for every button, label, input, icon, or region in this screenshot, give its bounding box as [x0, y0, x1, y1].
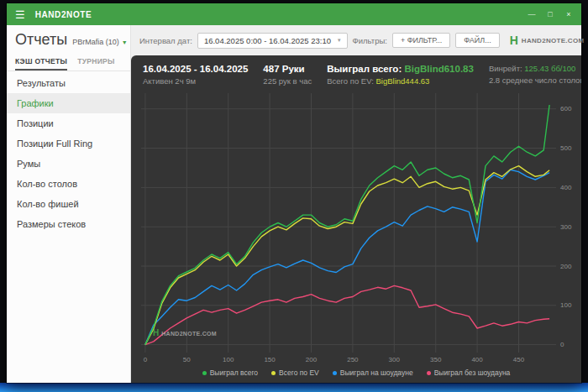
ev-label: Всего по EV:: [327, 76, 374, 86]
chevron-down-icon: ▾: [338, 37, 341, 44]
legend-dot-icon: [202, 371, 207, 375]
svg-text:450: 450: [513, 356, 525, 363]
content-area: Интервал дат: 16.04.2025 0:00 - 16.04.20…: [131, 25, 581, 383]
svg-text:0: 0: [560, 341, 564, 348]
sidebar-item[interactable]: Размеры стеков: [7, 214, 130, 234]
winrate-value: 125.43 бб/100: [524, 64, 575, 73]
sidebar-item[interactable]: Позиции Full Ring: [7, 133, 130, 154]
stat-hands-per-hour: 225 рук в час: [263, 76, 312, 86]
sidebar-item[interactable]: Кол-во столов: [7, 174, 130, 194]
svg-text:50: 50: [183, 356, 191, 363]
winnings-chart[interactable]: 0100200300400500600050100150200250300350…: [131, 88, 581, 366]
chevron-down-icon: ▼: [122, 39, 128, 45]
sidebar-item[interactable]: Позиции: [7, 113, 130, 133]
legend-dot-icon: [333, 371, 337, 375]
svg-text:0: 0: [144, 356, 148, 363]
stat-col-hands: 487 Руки 225 рук в час: [263, 64, 312, 86]
profile-name: PBrMafia (10): [72, 38, 119, 46]
svg-text:100: 100: [223, 356, 234, 363]
won-label: Выиграл всего:: [327, 64, 402, 74]
chart-body: 0100200300400500600050100150200250300350…: [131, 88, 581, 366]
filters-label: Фильтры:: [353, 36, 387, 45]
chart-watermark: H HAND2NOTE.COM: [153, 329, 217, 337]
logo-text: HAND2NOTE.COM: [522, 37, 585, 44]
logo-h-icon: H: [510, 34, 518, 46]
svg-text:100: 100: [560, 301, 572, 309]
winrate-label: Винрейт:: [489, 64, 522, 73]
date-interval-label: Интервал дат:: [139, 36, 192, 45]
legend-dot-icon: [271, 371, 276, 375]
watermark-text: HAND2NOTE.COM: [161, 331, 217, 337]
window-title: HAND2NOTE: [35, 10, 92, 19]
svg-text:400: 400: [560, 184, 572, 191]
ev-value: BigBlind444.63: [375, 76, 429, 86]
app-window: ☰ HAND2NOTE — □ × Отчеты PBrMafia (10) ▼…: [7, 3, 581, 383]
main-area: Отчеты PBrMafia (10) ▼ КЭШ ОТЧЕТЫТУРНИРЫ…: [7, 25, 581, 383]
won-value: BigBlind610.83: [404, 64, 473, 74]
stat-hands: 487 Руки: [263, 64, 312, 74]
svg-text:400: 400: [471, 356, 483, 363]
minimize-button[interactable]: —: [522, 10, 541, 18]
svg-text:150: 150: [264, 356, 276, 363]
add-filter-button[interactable]: + ФИЛЬТР...: [392, 33, 450, 48]
stat-date-range: 16.04.2025 - 16.04.2025: [143, 64, 248, 74]
window-controls: — □ ×: [522, 10, 578, 18]
stat-won-total: Выиграл всего: BigBlind610.83: [327, 64, 474, 74]
stat-col-winnings: Выиграл всего: BigBlind610.83 Всего по E…: [327, 64, 474, 86]
legend-item[interactable]: Выиграл всего: [202, 368, 258, 377]
legend-item[interactable]: Выиграл на шоудауне: [333, 368, 413, 377]
legend-dot-icon: [427, 371, 431, 375]
legend-label: Выиграл без шоудауна: [434, 368, 511, 377]
chart-legend: Выиграл всегоВсего по EVВыиграл на шоуда…: [131, 366, 581, 383]
report-menu: РезультатыГрафикиПозицииПозиции Full Rin…: [7, 71, 130, 234]
svg-text:300: 300: [560, 223, 572, 231]
sidebar-tab[interactable]: ТУРНИРЫ: [77, 53, 115, 71]
sidebar: Отчеты PBrMafia (10) ▼ КЭШ ОТЧЕТЫТУРНИРЫ…: [7, 25, 131, 383]
sidebar-tab[interactable]: КЭШ ОТЧЕТЫ: [15, 53, 67, 71]
legend-label: Выиграл на шоудауне: [340, 368, 413, 377]
svg-text:200: 200: [560, 263, 572, 270]
taskbar: [0, 383, 588, 392]
page-title: Отчеты: [15, 31, 67, 49]
sidebar-item[interactable]: Графики: [7, 93, 130, 113]
toolbar: Интервал дат: 16.04.2025 0:00 - 16.04.20…: [131, 25, 581, 55]
chart-header: 16.04.2025 - 16.04.2025 Активен 2ч 9м 48…: [131, 55, 581, 88]
stat-winrate: Винрейт: 125.43 бб/100: [489, 64, 581, 73]
titlebar: ☰ HAND2NOTE — □ ×: [7, 3, 581, 25]
stat-active-time: Активен 2ч 9м: [143, 76, 248, 86]
legend-label: Всего по EV: [279, 368, 319, 377]
svg-text:500: 500: [560, 144, 572, 152]
logo-h-icon: H: [153, 329, 159, 337]
legend-item[interactable]: Выиграл без шоудауна: [427, 368, 511, 377]
svg-text:250: 250: [347, 356, 359, 363]
legend-label: Выиграл всего: [210, 368, 258, 377]
sidebar-item[interactable]: Кол-во фишей: [7, 194, 130, 214]
date-range-select[interactable]: 16.04.2025 0:00 - 16.04.2025 23:10 ▾: [197, 33, 348, 49]
svg-text:600: 600: [560, 105, 572, 112]
maximize-button[interactable]: □: [541, 10, 559, 18]
svg-text:350: 350: [430, 356, 442, 363]
menu-icon[interactable]: ☰: [15, 9, 25, 20]
date-range-value: 16.04.2025 0:00 - 16.04.2025 23:10: [204, 36, 331, 45]
svg-text:300: 300: [389, 356, 401, 363]
stat-ev-total: Всего по EV: BigBlind444.63: [327, 76, 474, 86]
stat-col-dates: 16.04.2025 - 16.04.2025 Активен 2ч 9м: [143, 64, 248, 86]
svg-text:200: 200: [306, 356, 318, 363]
file-button[interactable]: ФАЙЛ...: [455, 33, 500, 48]
chart-panel: 16.04.2025 - 16.04.2025 Активен 2ч 9м 48…: [131, 55, 581, 383]
report-tabs: КЭШ ОТЧЕТЫТУРНИРЫ: [7, 53, 130, 71]
sidebar-header: Отчеты PBrMafia (10) ▼: [7, 25, 130, 53]
profile-selector[interactable]: PBrMafia (10) ▼: [72, 38, 127, 46]
hand2note-logo: H HAND2NOTE.COM: [510, 34, 585, 46]
stat-col-winrate: Винрейт: 125.43 бб/100 2.8 среднее число…: [489, 64, 581, 85]
sidebar-item[interactable]: Румы: [7, 154, 130, 174]
sidebar-item[interactable]: Результаты: [7, 73, 130, 93]
close-button[interactable]: ×: [559, 10, 578, 18]
legend-item[interactable]: Всего по EV: [271, 368, 319, 377]
stat-avg-tables: 2.8 среднее число столов: [489, 76, 581, 85]
